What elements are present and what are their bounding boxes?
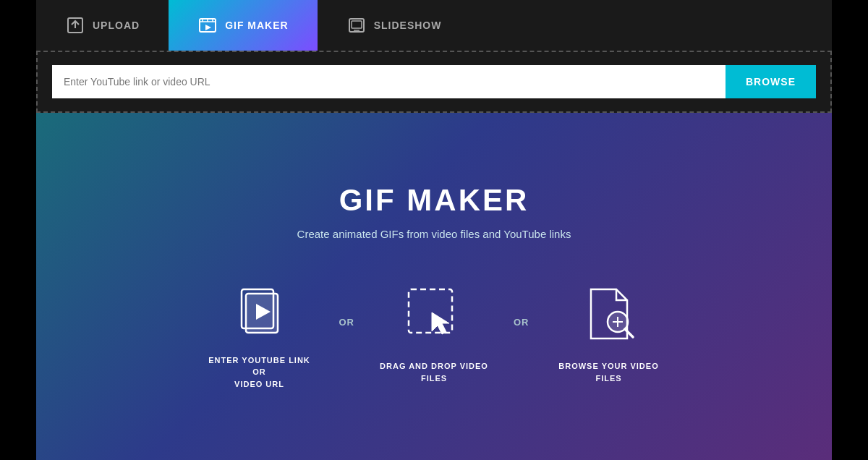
browse-button[interactable]: BROWSE [726, 65, 816, 98]
svg-marker-6 [205, 25, 211, 30]
tab-upload[interactable]: UPLOAD [36, 0, 169, 51]
gif-maker-icon [197, 15, 218, 35]
browse-files-icon [576, 282, 642, 347]
options-row: ENTER YOUTUBE LINK ORVIDEO URL OR DRAG A… [202, 276, 667, 391]
url-bar: BROWSE [52, 65, 816, 98]
option-youtube[interactable]: ENTER YOUTUBE LINK ORVIDEO URL [202, 276, 318, 391]
tab-gif-maker-label: GIF MAKER [225, 20, 289, 31]
option-drag-drop[interactable]: DRAG AND DROP VIDEOFILES [376, 282, 492, 384]
option-youtube-label: ENTER YOUTUBE LINK ORVIDEO URL [202, 354, 318, 391]
upload-icon [65, 15, 85, 35]
tab-slideshow-label: SLIDESHOW [374, 20, 442, 31]
svg-rect-13 [409, 289, 452, 333]
slideshow-icon [346, 15, 367, 35]
svg-marker-14 [432, 312, 449, 334]
or-divider-1: OR [339, 317, 355, 328]
tab-slideshow[interactable]: SLIDESHOW [318, 0, 471, 51]
svg-rect-8 [352, 21, 362, 28]
main-content: GIF MAKER Create animated GIFs from vide… [36, 113, 832, 460]
drag-drop-icon [401, 282, 467, 347]
top-navigation: UPLOAD GIF MAKER SLIDESHOW [36, 0, 832, 51]
page-subtitle: Create animated GIFs from video files an… [297, 228, 571, 240]
svg-line-16 [625, 329, 633, 337]
option-drag-drop-label: DRAG AND DROP VIDEOFILES [380, 360, 488, 384]
option-browse-label: BROWSE YOUR VIDEO FILES [551, 360, 667, 384]
option-browse[interactable]: BROWSE YOUR VIDEO FILES [551, 282, 667, 384]
url-input[interactable] [52, 65, 726, 98]
or-divider-2: OR [514, 317, 529, 328]
youtube-link-icon [227, 276, 292, 341]
tab-gif-maker[interactable]: GIF MAKER [169, 0, 318, 51]
tab-upload-label: UPLOAD [93, 20, 140, 31]
page-title: GIF MAKER [339, 183, 529, 218]
url-section: BROWSE [36, 51, 832, 113]
